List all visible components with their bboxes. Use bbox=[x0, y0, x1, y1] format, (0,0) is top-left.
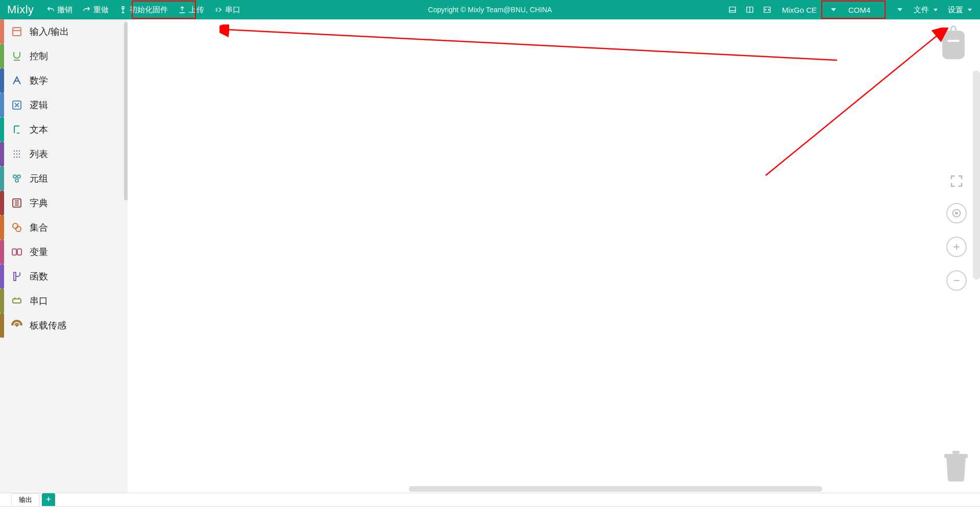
serial-button[interactable]: 串口 bbox=[209, 0, 246, 19]
port-dropdown-label: COM4 bbox=[848, 6, 870, 14]
category-item[interactable]: 变量 bbox=[0, 240, 128, 264]
layout-icon-2 bbox=[746, 6, 754, 14]
category-icon bbox=[10, 270, 23, 283]
layout-icon-1 bbox=[728, 6, 737, 14]
backpack-button[interactable] bbox=[942, 26, 970, 59]
category-item[interactable]: 元组 bbox=[0, 166, 128, 191]
sidebar-scrollbar[interactable] bbox=[124, 22, 128, 200]
layout-button-2[interactable] bbox=[741, 0, 758, 19]
undo-button[interactable]: 撤销 bbox=[41, 0, 78, 19]
category-icon bbox=[10, 294, 23, 308]
zoom-in-button[interactable] bbox=[946, 237, 967, 257]
category-item[interactable]: 逻辑 bbox=[0, 93, 128, 117]
svg-rect-12 bbox=[17, 249, 21, 255]
category-label: 文本 bbox=[30, 123, 48, 136]
redo-button[interactable]: 重做 bbox=[78, 0, 114, 19]
category-item[interactable]: 数学 bbox=[0, 68, 128, 93]
svg-point-6 bbox=[17, 175, 20, 178]
file-menu-label: 文件 bbox=[914, 5, 929, 15]
category-label: 变量 bbox=[30, 246, 48, 258]
svg-line-21 bbox=[766, 35, 938, 175]
category-icon bbox=[10, 172, 23, 185]
zoom-out-button[interactable] bbox=[946, 270, 967, 291]
bottom-panel: 输出 + bbox=[0, 493, 980, 507]
category-icon bbox=[10, 25, 23, 38]
svg-rect-11 bbox=[12, 249, 16, 255]
board-dropdown[interactable]: MixGo CE bbox=[776, 0, 842, 19]
category-color-stripe bbox=[0, 44, 4, 68]
category-item[interactable]: 函数 bbox=[0, 264, 128, 289]
layout-button-1[interactable] bbox=[724, 0, 741, 19]
redo-label: 重做 bbox=[93, 5, 109, 15]
category-color-stripe bbox=[0, 19, 4, 44]
svg-point-10 bbox=[16, 226, 21, 232]
category-label: 控制 bbox=[30, 50, 48, 62]
category-icon bbox=[10, 221, 23, 234]
category-color-stripe bbox=[0, 264, 4, 289]
serial-icon bbox=[214, 6, 223, 14]
svg-line-20 bbox=[227, 30, 837, 60]
category-color-stripe bbox=[0, 191, 4, 215]
init-firmware-button[interactable]: 初始化固件 bbox=[114, 0, 173, 19]
workspace-vertical-scrollbar[interactable] bbox=[973, 70, 980, 280]
chevron-down-icon bbox=[934, 9, 938, 11]
category-color-stripe bbox=[0, 313, 4, 338]
code-view-button[interactable] bbox=[758, 0, 776, 19]
category-icon bbox=[10, 123, 23, 136]
svg-rect-15 bbox=[947, 40, 960, 42]
chevron-down-icon bbox=[968, 9, 972, 11]
settings-menu[interactable]: 设置 bbox=[943, 0, 977, 19]
svg-rect-19 bbox=[952, 451, 960, 454]
file-menu[interactable]: 文件 bbox=[909, 0, 943, 19]
category-label: 逻辑 bbox=[30, 99, 48, 111]
plus-icon: + bbox=[46, 494, 52, 505]
category-item[interactable]: 输入/输出 bbox=[0, 19, 128, 44]
blockly-workspace[interactable] bbox=[128, 19, 980, 493]
category-icon bbox=[10, 196, 23, 210]
init-firmware-label: 初始化固件 bbox=[130, 5, 168, 15]
category-label: 列表 bbox=[30, 148, 48, 160]
category-color-stripe bbox=[0, 215, 4, 240]
redo-icon bbox=[83, 6, 91, 14]
firmware-icon bbox=[119, 6, 127, 14]
category-icon bbox=[10, 49, 23, 63]
category-sidebar: 输入/输出控制数学逻辑文本列表元组字典集合变量函数串口板载传感 bbox=[0, 19, 128, 493]
svg-point-14 bbox=[16, 325, 18, 326]
category-label: 数学 bbox=[30, 74, 48, 87]
svg-point-7 bbox=[15, 179, 18, 182]
category-icon bbox=[10, 147, 23, 161]
main-area: 输入/输出控制数学逻辑文本列表元组字典集合变量函数串口板载传感 bbox=[0, 19, 980, 493]
svg-point-5 bbox=[13, 175, 16, 178]
category-item[interactable]: 集合 bbox=[0, 215, 128, 240]
category-item[interactable]: 文本 bbox=[0, 117, 128, 142]
tab-add-button[interactable]: + bbox=[42, 493, 55, 506]
svg-rect-0 bbox=[729, 7, 736, 13]
category-icon bbox=[10, 319, 23, 332]
category-color-stripe bbox=[0, 240, 4, 264]
trashcan-button[interactable] bbox=[943, 451, 969, 481]
workspace-horizontal-scrollbar[interactable] bbox=[409, 486, 822, 492]
code-icon bbox=[763, 6, 771, 14]
category-icon bbox=[10, 245, 23, 259]
brand-logo: Mixly bbox=[3, 3, 41, 16]
category-icon bbox=[10, 74, 23, 87]
tab-output[interactable]: 输出 bbox=[11, 493, 40, 506]
category-color-stripe bbox=[0, 93, 4, 117]
undo-icon bbox=[46, 6, 55, 14]
category-label: 串口 bbox=[30, 295, 48, 307]
category-label: 字典 bbox=[30, 197, 48, 209]
category-label: 元组 bbox=[30, 172, 48, 185]
center-button[interactable] bbox=[946, 203, 967, 223]
svg-rect-3 bbox=[13, 28, 21, 36]
category-item[interactable]: 列表 bbox=[0, 142, 128, 166]
upload-button[interactable]: 上传 bbox=[173, 0, 209, 19]
category-item[interactable]: 字典 bbox=[0, 191, 128, 215]
category-item[interactable]: 串口 bbox=[0, 289, 128, 313]
port-dropdown[interactable]: COM4 bbox=[842, 0, 909, 19]
output-tab-row: 输出 + bbox=[0, 493, 980, 506]
category-icon bbox=[10, 98, 23, 112]
fullscreen-button[interactable] bbox=[948, 172, 965, 190]
category-item[interactable]: 板载传感 bbox=[0, 313, 128, 338]
category-item[interactable]: 控制 bbox=[0, 44, 128, 68]
board-dropdown-label: MixGo CE bbox=[782, 6, 817, 14]
